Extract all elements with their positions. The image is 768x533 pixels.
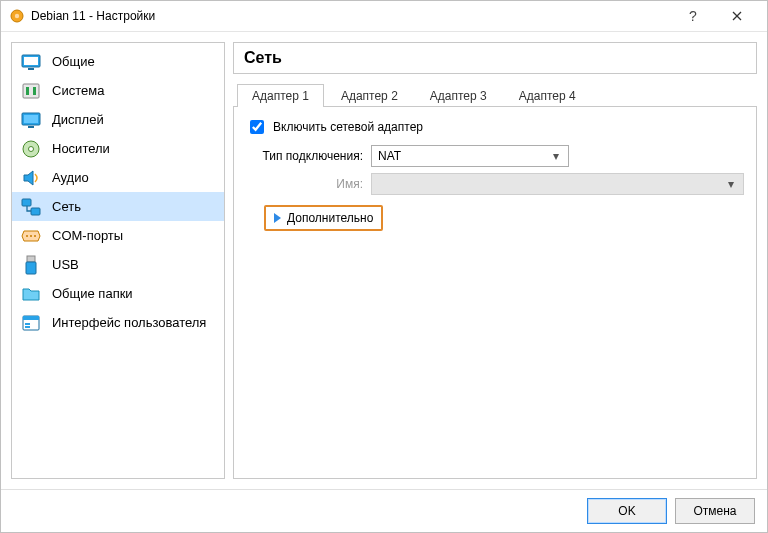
tab-adapter-3[interactable]: Адаптер 3 (415, 84, 502, 107)
sidebar-item-label: Общие (52, 54, 95, 69)
sidebar-item-label: Аудио (52, 170, 89, 185)
name-combo: ▾ (371, 173, 744, 195)
section-title: Сеть (233, 42, 757, 74)
display-icon (20, 109, 42, 131)
folder-icon (20, 283, 42, 305)
adapter-settings: Включить сетевой адаптер Тип подключения… (233, 107, 757, 479)
sidebar-item-label: USB (52, 257, 79, 272)
cancel-button[interactable]: Отмена (675, 498, 755, 524)
tab-adapter-4[interactable]: Адаптер 4 (504, 84, 591, 107)
sidebar-item-storage[interactable]: Носители (12, 134, 224, 163)
usb-icon (20, 254, 42, 276)
storage-icon (20, 138, 42, 160)
name-label: Имя: (246, 177, 371, 191)
enable-adapter-label[interactable]: Включить сетевой адаптер (273, 120, 423, 134)
svg-rect-20 (27, 256, 35, 262)
svg-point-18 (30, 235, 32, 237)
enable-adapter-checkbox[interactable] (250, 120, 264, 134)
ok-button[interactable]: OK (587, 498, 667, 524)
svg-point-1 (15, 14, 19, 18)
attached-row: Тип подключения: NAT ▾ (246, 145, 744, 167)
svg-rect-9 (33, 87, 36, 95)
advanced-label: Дополнительно (287, 211, 373, 225)
attached-value: NAT (378, 149, 401, 163)
sidebar-item-network[interactable]: Сеть (12, 192, 224, 221)
name-row: Имя: ▾ (246, 173, 744, 195)
tab-adapter-1[interactable]: Адаптер 1 (237, 84, 324, 107)
main-panel: Сеть Адаптер 1 Адаптер 2 Адаптер 3 Адапт… (233, 42, 757, 479)
general-icon (20, 51, 42, 73)
help-button[interactable]: ? (671, 2, 715, 30)
chevron-down-icon: ▾ (723, 177, 739, 191)
expand-right-icon (274, 213, 281, 223)
svg-rect-15 (22, 199, 31, 206)
advanced-toggle[interactable]: Дополнительно (264, 205, 383, 231)
category-sidebar: Общие Система Дисплей Носители (11, 42, 225, 479)
app-icon (9, 8, 25, 24)
tab-label: Адаптер 3 (430, 89, 487, 103)
sidebar-item-audio[interactable]: Аудио (12, 163, 224, 192)
sidebar-item-label: Интерфейс пользователя (52, 315, 206, 330)
svg-rect-8 (26, 87, 29, 95)
network-icon (20, 196, 42, 218)
svg-rect-12 (28, 126, 34, 128)
titlebar: Debian 11 - Настройки ? (1, 1, 767, 32)
sidebar-item-ui[interactable]: Интерфейс пользователя (12, 308, 224, 337)
sidebar-item-label: COM-порты (52, 228, 123, 243)
adapter-tabs: Адаптер 1 Адаптер 2 Адаптер 3 Адаптер 4 (233, 84, 757, 107)
svg-rect-7 (23, 84, 39, 98)
help-icon: ? (689, 8, 697, 24)
sidebar-item-system[interactable]: Система (12, 76, 224, 105)
close-icon (732, 11, 742, 21)
serial-icon (20, 225, 42, 247)
tab-adapter-2[interactable]: Адаптер 2 (326, 84, 413, 107)
sidebar-item-shared[interactable]: Общие папки (12, 279, 224, 308)
svg-rect-5 (24, 57, 38, 65)
svg-rect-21 (26, 262, 36, 274)
sidebar-item-display[interactable]: Дисплей (12, 105, 224, 134)
svg-rect-24 (25, 323, 30, 325)
sidebar-item-label: Общие папки (52, 286, 133, 301)
dialog-footer: OK Отмена (1, 489, 767, 532)
content-area: Общие Система Дисплей Носители (1, 32, 767, 489)
sidebar-item-label: Сеть (52, 199, 81, 214)
tab-label: Адаптер 1 (252, 89, 309, 103)
svg-rect-16 (31, 208, 40, 215)
tab-label: Адаптер 4 (519, 89, 576, 103)
sidebar-item-serial[interactable]: COM-порты (12, 221, 224, 250)
svg-rect-11 (24, 115, 38, 123)
svg-rect-25 (25, 326, 30, 328)
svg-point-14 (29, 146, 34, 151)
enable-adapter-row: Включить сетевой адаптер (246, 117, 744, 137)
sidebar-item-label: Дисплей (52, 112, 104, 127)
chevron-down-icon: ▾ (548, 149, 564, 163)
ui-icon (20, 312, 42, 334)
svg-point-19 (34, 235, 36, 237)
sidebar-item-label: Носители (52, 141, 110, 156)
sidebar-item-label: Система (52, 83, 104, 98)
settings-window: Debian 11 - Настройки ? Общие (0, 0, 768, 533)
close-button[interactable] (715, 2, 759, 30)
attached-label: Тип подключения: (246, 149, 371, 163)
window-title: Debian 11 - Настройки (31, 9, 155, 23)
svg-point-17 (26, 235, 28, 237)
attached-combo[interactable]: NAT ▾ (371, 145, 569, 167)
system-icon (20, 80, 42, 102)
tab-label: Адаптер 2 (341, 89, 398, 103)
sidebar-item-general[interactable]: Общие (12, 47, 224, 76)
svg-rect-6 (28, 68, 34, 70)
audio-icon (20, 167, 42, 189)
sidebar-item-usb[interactable]: USB (12, 250, 224, 279)
svg-rect-23 (23, 316, 39, 320)
